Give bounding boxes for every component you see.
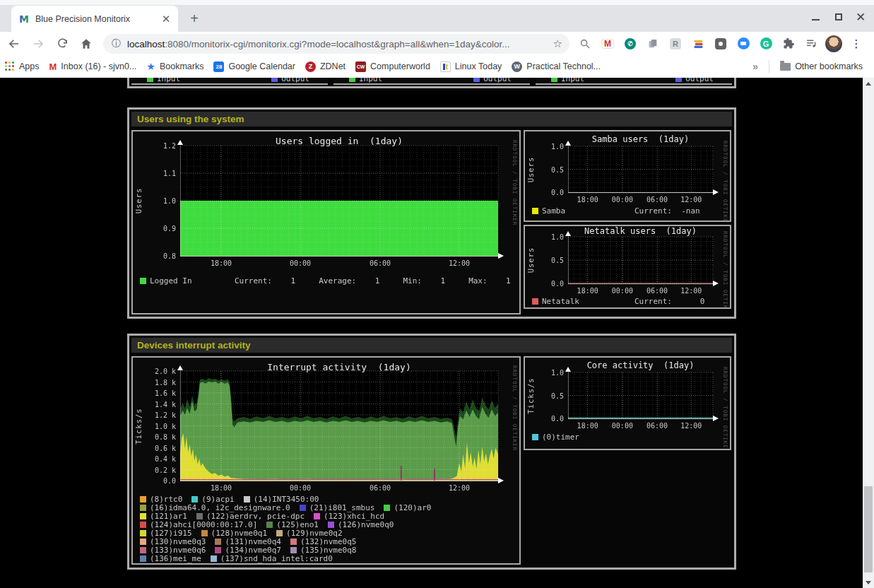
grammarly-extension-icon[interactable]: G: [757, 35, 775, 53]
partial-graph-panel[interactable]: Input Output: [536, 78, 732, 85]
y-tick-label: 0.8 k: [133, 433, 176, 441]
legend-swatch: [140, 513, 146, 519]
extensions-row: M ✆ R G ⋮: [574, 32, 868, 55]
partial-graph-panel[interactable]: Input Output: [131, 78, 328, 85]
extensions-puzzle-icon[interactable]: [779, 35, 798, 53]
x-tick-label: 00:00: [612, 196, 633, 204]
copy-pages-extension-icon[interactable]: [644, 35, 662, 53]
legend-swatch: [328, 522, 334, 528]
legend-swatch: [314, 513, 320, 519]
browser-menu-icon[interactable]: ⋮: [847, 35, 866, 53]
monitorix-page: Input Output Input Output Input Output U…: [0, 78, 863, 588]
page-scrollbar[interactable]: [863, 78, 874, 588]
legend-swatch: [191, 496, 198, 502]
legend-row: (16)idma64.0, i2c_designware.0(21)i801_s…: [140, 503, 516, 512]
bookmark-zdnet[interactable]: Z ZDNet: [305, 61, 346, 72]
legend-row: (136)mei_me(137)snd_hda_intel:card0: [140, 554, 516, 563]
page-info-icon[interactable]: ⓘ: [112, 37, 121, 50]
window-minimize-button[interactable]: [808, 9, 823, 25]
interrupt-activity-graph[interactable]: Interrupt activity (1day)Ticks/s2.0 k1.8…: [131, 356, 521, 565]
new-tab-button[interactable]: +: [185, 10, 203, 28]
users-logged-in-graph[interactable]: Users logged in (1day)Users1.21.11.00.90…: [131, 130, 521, 314]
apps-shortcut[interactable]: Apps: [5, 61, 40, 71]
url-text[interactable]: localhost:8080/monitorix-cgi/monitorix.c…: [127, 39, 548, 49]
back-button[interactable]: [4, 34, 24, 54]
partial-graph-panel[interactable]: Input Output: [333, 78, 530, 85]
input-swatch: [551, 78, 557, 82]
legend-label: Netatalk: [542, 297, 579, 306]
legend-swatch: [290, 547, 297, 553]
search-extension-icon[interactable]: [576, 35, 594, 53]
x-tick-label: 00:00: [290, 259, 311, 267]
bookmark-google-calendar[interactable]: 28 Google Calendar: [213, 61, 295, 72]
other-bookmarks-button[interactable]: Other bookmarks: [780, 61, 863, 71]
legend-swatch: [276, 530, 283, 536]
rrdtool-watermark: RRDTOOL / TOBI OETIKER: [512, 140, 518, 225]
address-bar[interactable]: ⓘ localhost:8080/monitorix-cgi/monitorix…: [103, 34, 569, 54]
legend-swatch: [196, 513, 203, 519]
bookmark-computerworld[interactable]: CW Computerworld: [355, 61, 430, 72]
scrollbar-thumb[interactable]: [864, 486, 873, 572]
bookmark-star-icon[interactable]: ☆: [553, 37, 562, 50]
voice-extension-icon[interactable]: ✆: [621, 35, 639, 53]
legend-row: (127)i915(128)nvme0q1(129)nvme0q2: [140, 529, 516, 537]
legend-input: Input: [551, 78, 584, 83]
scrollbar-down-arrow[interactable]: [863, 577, 874, 588]
star-icon: ★: [146, 61, 155, 72]
legend-output: Output: [675, 78, 714, 83]
reload-button[interactable]: [52, 34, 72, 54]
x-tick-label: 18:00: [211, 259, 232, 267]
zdnet-icon: Z: [305, 61, 316, 72]
window-close-button[interactable]: ✕: [853, 9, 868, 25]
y-tick-label: 1.0: [133, 197, 176, 205]
legend-swatch: [140, 539, 146, 545]
legend-label: (126)nvme0q0: [338, 520, 394, 529]
browser-titlebar: M Blue Precision Monitorix ✕ + ✕: [0, 0, 874, 32]
x-tick-label: 06:00: [646, 287, 668, 295]
bookmark-practical-technology[interactable]: W Practical Technol...: [512, 61, 601, 72]
forward-button[interactable]: [28, 34, 48, 54]
output-swatch: [473, 78, 480, 82]
tab-close-icon[interactable]: ✕: [160, 13, 172, 25]
flashlight-extension-icon[interactable]: [711, 35, 730, 53]
zoom-extension-icon[interactable]: [734, 35, 752, 53]
scrollbar-up-arrow[interactable]: [863, 78, 874, 89]
core-activity-graph[interactable]: Core activity (1day)Ticks/s1.00.50.018:0…: [524, 356, 731, 450]
legend-swatch: [211, 555, 217, 562]
devices-section: Devices interrupt activity Interrupt act…: [127, 334, 736, 570]
legend-label: (120)ar0: [394, 503, 431, 512]
bookmark-linux-today[interactable]: t Linux Today: [440, 61, 502, 72]
playlist-extension-icon[interactable]: [802, 35, 820, 53]
y-tick-label: 1.2: [133, 142, 176, 150]
legend-label: Logged In: [150, 276, 192, 286]
y-tick-label: 0.0: [525, 415, 564, 423]
legend-output: Output: [473, 78, 512, 83]
window-maximize-button[interactable]: [831, 9, 846, 25]
apps-grid-icon: [5, 61, 15, 71]
bookmark-bookmarks[interactable]: ★ Bookmarks: [146, 61, 203, 72]
svg-text:M: M: [19, 13, 29, 25]
legend-row: (0)timer: [532, 433, 727, 441]
books-stack-extension-icon[interactable]: [689, 35, 707, 53]
legend-swatch: [384, 505, 390, 511]
bookmarks-overflow-chevron[interactable]: »: [752, 61, 758, 72]
legend-swatch: [140, 505, 146, 511]
bookmark-inbox[interactable]: M Inbox (16) - sjvn0...: [49, 61, 137, 72]
legend-swatch: [140, 522, 146, 528]
profile-avatar[interactable]: [825, 35, 843, 53]
legend-swatch: [244, 496, 250, 502]
gmail-extension-icon[interactable]: M: [598, 35, 617, 53]
browser-toolbar: ⓘ localhost:8080/monitorix-cgi/monitorix…: [0, 32, 874, 55]
partial-graphs-section: Input Output Input Output Input Output: [127, 78, 736, 88]
y-tick-label: 1.8 k: [133, 379, 176, 387]
y-tick-label: 1.6 k: [133, 389, 176, 397]
x-tick-label: 18:00: [211, 484, 232, 492]
chart-title: Interrupt activity (1day): [267, 363, 411, 371]
calendar-icon: 28: [213, 61, 224, 72]
home-button[interactable]: [76, 34, 96, 54]
x-tick-label: 00:00: [290, 484, 311, 492]
gray-r-extension-icon[interactable]: R: [666, 35, 685, 53]
browser-tab[interactable]: M Blue Precision Monitorix ✕: [11, 6, 178, 32]
samba-users-graph[interactable]: Samba users (1day)Users1.00.50.018:0000:…: [524, 130, 731, 222]
netatalk-users-graph[interactable]: Netatalk users (1day)Users1.00.50.018:00…: [524, 225, 731, 309]
